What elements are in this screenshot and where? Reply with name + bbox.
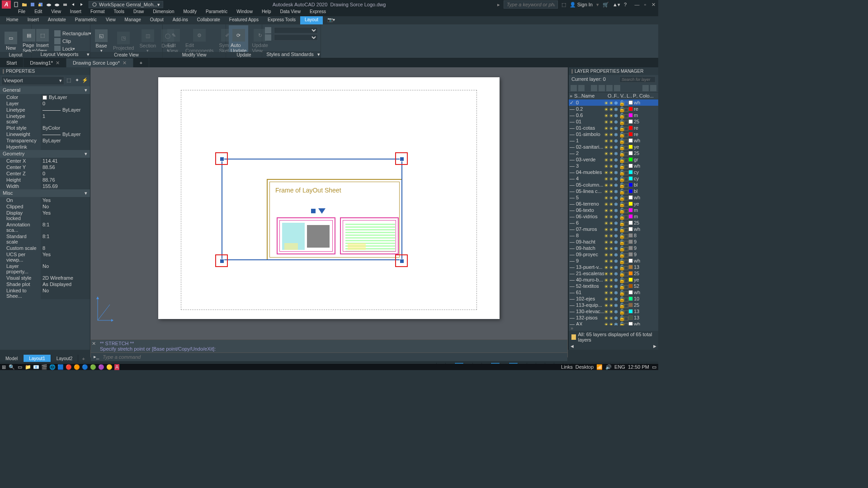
standard-combo[interactable] xyxy=(274,34,318,41)
file-tab[interactable]: Drawing Sorce Logo*✕ xyxy=(66,58,133,67)
taskbar-apps[interactable]: 📁📧🎬🌐🟦🔴🟠🔵🟢🟣🟡A xyxy=(25,364,432,370)
prop-row[interactable]: Center Y88.56 xyxy=(0,164,90,170)
file-tab[interactable]: Drawing1*✕ xyxy=(24,58,66,67)
prop-row[interactable]: Standard scale8:1 xyxy=(0,233,90,245)
menu-draw[interactable]: Draw xyxy=(129,9,148,16)
settings-icon[interactable] xyxy=(650,85,656,91)
layer-row[interactable]: —01-simbolo☀☀❄🔓⬚re xyxy=(569,131,658,137)
prop-row[interactable]: Visual style2D Wireframe xyxy=(0,275,90,281)
ribbon-tab-parametric[interactable]: Parametric xyxy=(71,16,101,24)
layer-row[interactable]: —4☀☀❄🔓⬚cy xyxy=(569,175,658,182)
ribbon-tab-add-ins[interactable]: Add-ins xyxy=(168,16,193,24)
cmdline-close-icon[interactable]: ✕ xyxy=(92,341,98,347)
ribbon-tab-view[interactable]: View xyxy=(101,16,120,24)
new-icon[interactable] xyxy=(13,1,20,8)
layer-row[interactable]: —130-elevac...☀☀❄🔓⬚13 xyxy=(569,308,658,314)
workspace-combo[interactable]: WorkSpace Genral_Moh... ▾ xyxy=(89,1,163,8)
standard-icon[interactable] xyxy=(265,34,271,41)
command-line[interactable]: ✕ ** STRETCH ** Specify stretch point or… xyxy=(90,339,568,357)
layer-row[interactable]: —40-muro-b...☀☀❄🔓⬚ye xyxy=(569,277,658,283)
ribbon-tab-featuredapps[interactable]: Featured Apps xyxy=(225,16,263,24)
prop-row[interactable]: Linked to Shee...No xyxy=(0,287,90,299)
prop-row[interactable]: Annotation sca...8:1 xyxy=(0,221,90,233)
prop-row[interactable]: Layer property...No xyxy=(0,263,90,275)
open-icon[interactable] xyxy=(21,1,28,8)
layer-row[interactable]: —13-puert-v...☀☀❄🔓⬚13 xyxy=(569,264,658,270)
menu-help[interactable]: Help xyxy=(257,9,276,16)
cart-icon[interactable]: 🛒 xyxy=(603,2,609,8)
links-label[interactable]: Links xyxy=(561,364,573,370)
style-combo[interactable] xyxy=(274,27,318,33)
prop-section-misc[interactable]: Misc▾ xyxy=(0,189,90,197)
ribbon-tab-output[interactable]: Output xyxy=(146,16,168,24)
object-type-combo[interactable]: Viewport▾ xyxy=(1,76,64,85)
menu-modify[interactable]: Modify xyxy=(179,9,201,16)
layer-row[interactable]: —52-textitos☀☀❄🔓⬚52 xyxy=(569,283,658,289)
quickselect-icon[interactable]: ⚡ xyxy=(81,76,89,84)
layer-hscroll[interactable]: ◄► xyxy=(569,343,658,350)
layer-row[interactable]: —06-texto☀☀❄🔓⬚m xyxy=(569,207,658,213)
minimize-icon[interactable]: — xyxy=(634,1,640,8)
refresh-icon[interactable] xyxy=(642,85,649,91)
print-icon[interactable] xyxy=(61,1,69,8)
new-layer2-icon[interactable] xyxy=(599,85,605,91)
desktop-label[interactable]: Desktop xyxy=(576,364,594,370)
share-icon[interactable]: ⬚ xyxy=(561,2,566,8)
prop-row[interactable]: Plot styleByColor xyxy=(0,125,90,131)
layer-row[interactable]: —02-sanitari...☀☀❄🔓⬚ye xyxy=(569,144,658,150)
ribbon-tab-manage[interactable]: Manage xyxy=(120,16,146,24)
start-icon[interactable]: ⊞ xyxy=(2,364,6,370)
ribbon-tab-collaborate[interactable]: Collaborate xyxy=(193,16,225,24)
layer-row[interactable]: —21-escaleras☀☀❄🔓⬚25 xyxy=(569,270,658,277)
layer-search-input[interactable] xyxy=(619,76,656,83)
layer-row[interactable]: —61☀☀❄🔓⬚wh xyxy=(569,289,658,296)
command-input[interactable] xyxy=(103,354,565,360)
file-tab-add[interactable]: + xyxy=(133,58,149,67)
menu-dimension[interactable]: Dimension xyxy=(148,9,179,16)
undo-icon[interactable] xyxy=(70,1,77,8)
search-icon[interactable]: 🔍 xyxy=(9,364,15,370)
new-layer-icon[interactable] xyxy=(571,85,577,91)
signin-button[interactable]: 👤 Sign In xyxy=(570,2,593,8)
set-current-icon[interactable] xyxy=(614,85,620,91)
grip-tl[interactable] xyxy=(220,157,224,161)
prop-row[interactable]: Shade plotAs Displayed xyxy=(0,281,90,287)
tab-close-icon[interactable]: ✕ xyxy=(123,60,127,66)
grip-tr[interactable] xyxy=(400,157,404,161)
menu-express[interactable]: Express xyxy=(305,9,330,16)
prop-row[interactable]: Linetype scale1 xyxy=(0,113,90,125)
taskview-icon[interactable]: ▭ xyxy=(18,364,22,370)
ribbon-extra-icon[interactable]: 📷▾ xyxy=(323,16,340,24)
prop-row[interactable]: Layer0 xyxy=(0,100,90,107)
grip-bl[interactable] xyxy=(220,259,224,263)
prop-row[interactable]: Width155.69 xyxy=(0,183,90,189)
prop-row[interactable]: OnYes xyxy=(0,197,90,203)
layer-row[interactable]: —113-equip...☀☀❄🔓⬚25 xyxy=(569,302,658,308)
layer-states-icon[interactable] xyxy=(591,85,597,91)
prop-row[interactable]: Center X114.41 xyxy=(0,158,90,164)
layer-row[interactable]: —6☀☀❄🔓⬚25 xyxy=(569,220,658,226)
saveas-icon[interactable] xyxy=(37,1,44,8)
prop-row[interactable]: Display lockedYes xyxy=(0,210,90,221)
ribbon-tab-home[interactable]: Home xyxy=(2,16,23,24)
grip-br[interactable] xyxy=(400,259,404,263)
menu-parametric[interactable]: Parametric xyxy=(201,9,232,16)
layer-row[interactable]: —132-pisos☀☀❄🔓⬚13 xyxy=(569,314,658,321)
layer-row[interactable]: —01-cotas☀☀❄🔓⬚re xyxy=(569,125,658,131)
save-icon[interactable] xyxy=(29,1,36,8)
layer-row[interactable]: ✓0☀☀❄🔓⬚wh xyxy=(569,99,658,106)
layer-row[interactable]: —5☀☀❄🔓⬚wh xyxy=(569,194,658,201)
layer-row[interactable]: —07-muros☀☀❄🔓⬚wh xyxy=(569,226,658,232)
cloud-icon[interactable] xyxy=(45,1,52,8)
menu-window[interactable]: Window xyxy=(232,9,257,16)
new-layer-vp-icon[interactable] xyxy=(578,85,585,91)
rectangular-button[interactable]: Rectangular ▾ xyxy=(52,30,93,37)
redo-icon[interactable] xyxy=(78,1,85,8)
ribbon-tab-insert[interactable]: Insert xyxy=(23,16,43,24)
prop-row[interactable]: Center Z0 xyxy=(0,170,90,177)
prop-row[interactable]: Hyperlink xyxy=(0,144,90,150)
menu-format[interactable]: Format xyxy=(86,9,109,16)
prop-row[interactable]: Height88.76 xyxy=(0,177,90,183)
layer-row[interactable]: —05-column...☀☀❄🔓⬚bl xyxy=(569,182,658,188)
layer-row[interactable]: —1☀☀❄🔓⬚wh xyxy=(569,137,658,144)
